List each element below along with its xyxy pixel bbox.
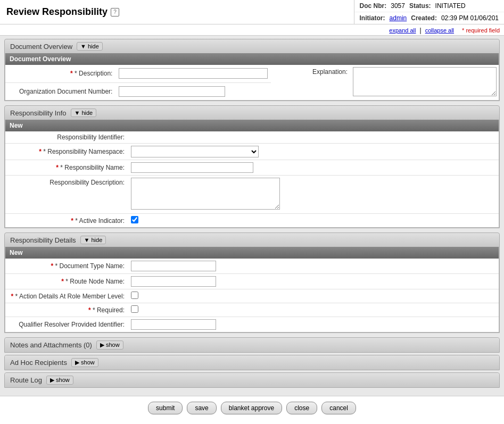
qualifier-resolver-row: Qualifier Resolver Provided Identifier:: [5, 317, 499, 332]
initiator-link[interactable]: admin: [390, 14, 407, 22]
responsibility-details-body: New * * Document Type Name: * * Route No…: [5, 247, 499, 332]
resp-desc-label: Responsibility Description:: [5, 176, 128, 214]
active-indicator-row: * * Active Indicator:: [5, 214, 499, 228]
explanation-input-cell: [351, 65, 499, 100]
route-log-title: Route Log: [10, 376, 42, 384]
document-overview-panel: Document Overview ▼ hide Document Overvi…: [4, 39, 500, 101]
resp-desc-textarea[interactable]: [131, 178, 280, 210]
close-button[interactable]: close: [286, 402, 317, 414]
responsibility-info-hide-button[interactable]: ▼ hide: [71, 109, 97, 117]
document-overview-hide-button[interactable]: ▼ hide: [77, 42, 103, 51]
doc-type-name-input-cell: [128, 259, 499, 274]
status-value: INITIATED: [435, 2, 466, 10]
org-doc-number-label: Organization Document Number:: [5, 82, 115, 100]
header-title-area: Review Responsibility ?: [0, 0, 354, 24]
org-doc-number-input-cell: [115, 82, 271, 100]
explanation-label: Explanation:: [271, 65, 351, 100]
resp-namespace-row: * * Responsibility Namespace:: [5, 144, 499, 160]
document-overview-form: * * Description: Explanation: Organizati…: [5, 65, 499, 100]
header-meta: Doc Nbr: 3057 Status: INITIATED Initiato…: [354, 0, 504, 24]
notes-header: Notes and Attachments (0) ▶ show: [5, 338, 499, 352]
responsibility-info-panel: Responsibility Info ▼ hide New Responsib…: [4, 105, 500, 228]
resp-name-label: * * Responsibility Name:: [5, 160, 128, 176]
route-log-header: Route Log ▶ show: [5, 373, 499, 387]
route-log-panel: Route Log ▶ show: [4, 372, 500, 388]
document-overview-title: Document Overview: [10, 43, 72, 51]
doc-type-name-label: * * Document Type Name:: [5, 259, 128, 274]
explanation-textarea[interactable]: [353, 67, 497, 96]
resp-desc-row: Responsibility Description:: [5, 176, 499, 214]
responsibility-details-header: Responsibility Details ▼ hide: [5, 233, 499, 247]
description-input-cell: [115, 65, 271, 82]
qualifier-resolver-input[interactable]: [131, 319, 216, 330]
active-indicator-checkbox[interactable]: [131, 216, 138, 223]
doc-nbr-row: Doc Nbr: 3057 Status: INITIATED: [354, 0, 504, 12]
responsibility-info-form: Responsibility Identifier: * * Responsib…: [5, 131, 499, 227]
adhoc-panel: Ad Hoc Recipients ▶ show: [4, 355, 500, 370]
responsibility-info-title: Responsibility Info: [10, 109, 67, 117]
initiator-label: Initiator:: [360, 14, 385, 22]
submit-button[interactable]: submit: [148, 402, 183, 414]
required-checkbox-cell: [128, 303, 499, 317]
required-row: * * Required:: [5, 303, 499, 317]
responsibility-details-hide-button[interactable]: ▼ hide: [80, 236, 106, 244]
qualifier-resolver-label: Qualifier Resolver Provided Identifier:: [5, 317, 128, 332]
expand-all-button[interactable]: expand all: [387, 27, 417, 34]
description-input[interactable]: [119, 68, 268, 79]
help-icon[interactable]: ?: [111, 8, 119, 16]
resp-namespace-label: * * Responsibility Namespace:: [5, 144, 128, 160]
action-details-checkbox-cell: [128, 289, 499, 303]
route-node-name-input-cell: [128, 274, 499, 289]
action-details-row: * * Action Details At Role Member Level:: [5, 289, 499, 303]
resp-id-row: Responsibility Identifier:: [5, 131, 499, 144]
initiator-row: Initiator: admin Created: 02:39 PM 01/06…: [354, 12, 504, 24]
required-checkbox[interactable]: [131, 305, 138, 313]
cancel-button[interactable]: cancel: [321, 402, 356, 414]
resp-name-input-cell: [128, 160, 499, 176]
adhoc-show-button[interactable]: ▶ show: [71, 358, 98, 367]
document-overview-header: Document Overview ▼ hide: [5, 39, 499, 53]
action-details-checkbox[interactable]: [131, 292, 138, 299]
collapse-all-button[interactable]: collapse all: [424, 27, 456, 34]
required-field-note: * required field: [462, 27, 500, 34]
responsibility-info-subsection-title: New: [5, 120, 499, 131]
description-label: * * Description:: [5, 65, 115, 82]
route-log-show-button[interactable]: ▶ show: [46, 376, 73, 385]
resp-id-value-cell: [128, 131, 499, 144]
adhoc-header: Ad Hoc Recipients ▶ show: [5, 355, 499, 370]
route-node-name-input[interactable]: [131, 276, 216, 287]
doc-type-name-input[interactable]: [131, 261, 216, 271]
resp-name-row: * * Responsibility Name:: [5, 160, 499, 176]
responsibility-details-panel: Responsibility Details ▼ hide New * * Do…: [4, 232, 500, 333]
status-label: Status:: [409, 2, 431, 10]
responsibility-details-form: * * Document Type Name: * * Route Node N…: [5, 259, 499, 332]
qualifier-resolver-input-cell: [128, 317, 499, 332]
resp-name-input[interactable]: [131, 162, 253, 173]
blanket-approve-button[interactable]: blanket approve: [221, 402, 282, 414]
created-label: Created:: [411, 14, 437, 22]
action-details-label: * * Action Details At Role Member Level:: [5, 289, 128, 303]
notes-title: Notes and Attachments (0): [10, 341, 92, 349]
responsibility-info-header: Responsibility Info ▼ hide: [5, 106, 499, 120]
adhoc-title: Ad Hoc Recipients: [10, 359, 67, 367]
active-indicator-label: * * Active Indicator:: [5, 214, 128, 228]
page-header: Review Responsibility ? Doc Nbr: 3057 St…: [0, 0, 504, 24]
responsibility-details-subsection-title: New: [5, 247, 499, 259]
document-overview-body: Document Overview * * Description: Expla…: [5, 53, 499, 101]
org-doc-number-input[interactable]: [119, 86, 225, 97]
doc-nbr-value: 3057: [391, 2, 405, 10]
bottom-buttons: submit save blanket approve close cancel: [0, 396, 504, 420]
notes-show-button[interactable]: ▶ show: [96, 340, 123, 350]
resp-namespace-select[interactable]: [131, 146, 259, 157]
resp-namespace-select-cell: [128, 144, 499, 160]
save-button[interactable]: save: [187, 402, 216, 414]
route-node-name-row: * * Route Node Name:: [5, 274, 499, 289]
created-value: 02:39 PM 01/06/201: [441, 14, 499, 22]
doc-type-name-row: * * Document Type Name:: [5, 259, 499, 274]
route-node-name-label: * * Route Node Name:: [5, 274, 128, 289]
responsibility-details-title: Responsibility Details: [10, 236, 76, 244]
notes-panel: Notes and Attachments (0) ▶ show: [4, 337, 500, 353]
doc-nbr-label: Doc Nbr:: [360, 2, 387, 10]
resp-desc-textarea-cell: [128, 176, 499, 214]
resp-id-label: Responsibility Identifier:: [5, 131, 128, 144]
